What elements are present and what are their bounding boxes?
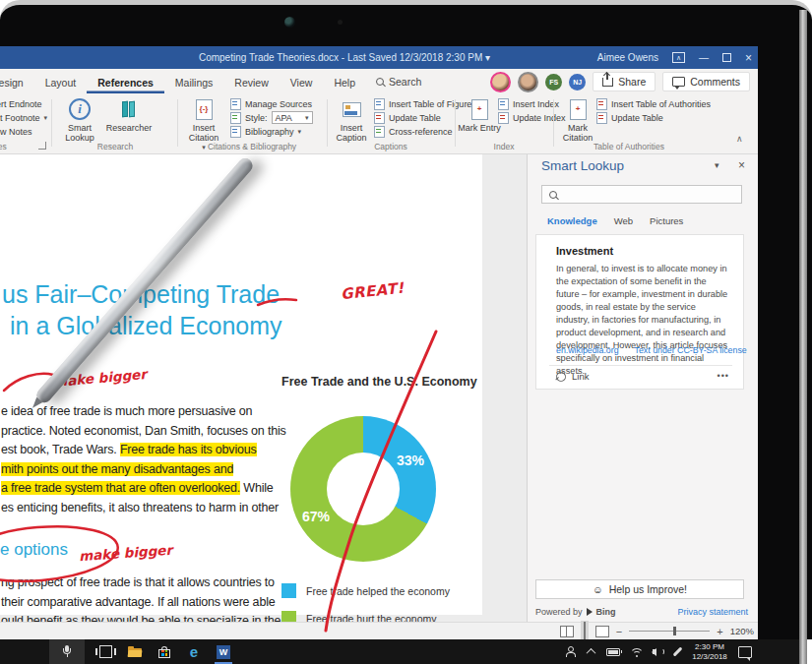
print-layout-button[interactable]: [581, 621, 589, 640]
more-options-icon[interactable]: •••: [718, 371, 729, 381]
edge-button[interactable]: e: [181, 639, 207, 664]
style-selector: Style:APA▾: [230, 112, 313, 123]
task-view-button[interactable]: [93, 639, 118, 664]
close-button[interactable]: ×: [745, 51, 752, 65]
read-mode-icon[interactable]: [560, 626, 574, 637]
document-text-line: e idea of free trade is much more persua…: [1, 402, 286, 422]
footnotes-dialog-launcher[interactable]: [38, 142, 46, 150]
pane-dropdown-icon[interactable]: ▾: [715, 160, 719, 170]
group-citations: {-}Insert Citation▾ Manage Sources Style…: [179, 94, 325, 153]
user-name[interactable]: Aimee Owens: [597, 52, 658, 63]
tab-references[interactable]: References: [87, 71, 164, 93]
share-label: Share: [618, 76, 646, 88]
bibliography-button[interactable]: Bibliography▾: [230, 126, 313, 137]
avatar[interactable]: [490, 72, 511, 92]
powered-by-bing: Powered byBing: [535, 607, 616, 617]
document-title[interactable]: Competing Trade Theories.docx - Last Sav…: [138, 52, 551, 63]
web-layout-icon[interactable]: [595, 626, 609, 637]
card-heading: Investment: [556, 245, 613, 257]
restore-button[interactable]: [722, 53, 731, 62]
manage-sources-icon: [230, 98, 241, 110]
authorities-group-label: Table of Authorities: [555, 142, 703, 151]
pane-close-icon[interactable]: ×: [738, 158, 745, 172]
tab-knowledge[interactable]: Knowledge: [547, 215, 597, 226]
document-canvas: us Fair–Competing Trade in a Globalized …: [0, 154, 527, 622]
link-action[interactable]: Link: [556, 371, 589, 382]
search-icon: [376, 78, 384, 86]
device-edge: [799, 10, 807, 664]
edge-icon: e: [190, 644, 198, 659]
minimize-button[interactable]: —: [699, 52, 709, 63]
group-index: +Mark Entry Insert Index Update Index In…: [457, 94, 551, 153]
tab-design[interactable]: Design: [0, 71, 34, 93]
tab-pictures[interactable]: Pictures: [650, 215, 683, 226]
update-table-icon: [374, 112, 385, 124]
mark-citation-button[interactable]: +Mark Citation: [555, 96, 600, 143]
knowledge-card: Investment In general, to invest is to a…: [535, 234, 744, 390]
file-explorer-button[interactable]: [122, 639, 148, 664]
battery-button[interactable]: [600, 639, 626, 664]
source-link[interactable]: en.wikipedia.org: [556, 345, 619, 355]
avatar[interactable]: FS: [545, 74, 562, 91]
microsoft-store-button[interactable]: [152, 639, 177, 664]
paragraph-2: ng prospect of free trade is that it all…: [1, 573, 281, 622]
manage-sources-button[interactable]: Manage Sources: [230, 98, 313, 109]
researcher-button[interactable]: Researcher: [106, 96, 152, 133]
insert-caption-button[interactable]: Insert Caption: [329, 96, 374, 143]
avatar[interactable]: NJ: [569, 74, 586, 91]
surface-device: Competing Trade Theories.docx - Last Sav…: [0, 0, 812, 664]
comments-button[interactable]: Comments: [662, 72, 750, 91]
style-dropdown[interactable]: APA▾: [272, 111, 313, 124]
action-center-button[interactable]: [732, 639, 758, 664]
saved-status-dropdown-icon[interactable]: ▾: [485, 52, 490, 63]
ribbon-display-options-icon[interactable]: ∧: [672, 52, 685, 63]
insert-endnote-button[interactable]: Insert Endnote: [0, 98, 47, 109]
document-text-line: their comparative advantage. If all nati…: [1, 593, 281, 613]
show-notes-button[interactable]: Show Notes: [0, 126, 47, 137]
insert-table-of-figures-icon: [374, 98, 385, 110]
insert-table-of-authorities-button[interactable]: Insert Table of Authorities: [596, 98, 711, 109]
taskbar-clock[interactable]: 2:30 PM12/3/2018: [687, 642, 732, 661]
tab-web[interactable]: Web: [614, 215, 633, 226]
card-body-text: In general, to invest is to allocate mon…: [556, 263, 729, 378]
heading-line-2: in a Globalized Economy: [10, 310, 282, 341]
tab-help[interactable]: Help: [323, 71, 366, 93]
tell-me-search[interactable]: Search: [376, 76, 421, 88]
zoom-in-button[interactable]: +: [717, 627, 722, 636]
share-icon: [602, 78, 613, 87]
pane-search-box[interactable]: [541, 185, 742, 204]
citations-group-label: Citations & Bibliography: [179, 142, 325, 151]
zoom-slider-thumb[interactable]: [673, 627, 676, 635]
pen-settings-button[interactable]: [667, 639, 687, 664]
share-button[interactable]: Share: [593, 72, 656, 91]
update-table-authorities-button[interactable]: Update Table: [596, 112, 711, 123]
microphone-button[interactable]: [49, 639, 85, 664]
help-us-improve-button[interactable]: ☺Help us Improve!: [535, 579, 744, 599]
avatar[interactable]: [518, 72, 538, 92]
slice-value-label: 33%: [397, 453, 424, 468]
legend-item: Free trade hurt the economy: [281, 611, 437, 622]
webcam: [284, 17, 295, 28]
privacy-statement-link[interactable]: Privacy statement: [677, 607, 748, 617]
tab-mailings[interactable]: Mailings: [164, 71, 224, 93]
collapse-ribbon-icon[interactable]: ∧: [736, 134, 743, 144]
chevron-up-icon: [586, 648, 595, 658]
show-hidden-icons-button[interactable]: [581, 639, 600, 664]
next-footnote-button[interactable]: Next Footnote▾: [0, 112, 47, 123]
group-footnotes: Insert Endnote Next Footnote▾ Show Notes…: [0, 94, 54, 153]
zoom-slider[interactable]: [629, 631, 710, 632]
zoom-out-button[interactable]: −: [616, 627, 622, 636]
people-button[interactable]: [557, 639, 583, 664]
word-taskbar-button[interactable]: W: [211, 639, 236, 664]
mark-entry-button[interactable]: +Mark Entry: [457, 96, 502, 133]
tab-layout[interactable]: Layout: [34, 71, 88, 93]
legend-swatch: [281, 611, 296, 622]
pane-search-input[interactable]: [562, 188, 723, 201]
license-link[interactable]: Text under CC-BY-SA license: [635, 345, 747, 355]
tab-review[interactable]: Review: [223, 71, 279, 93]
smart-lookup-button[interactable]: iSmart Lookup: [57, 96, 102, 143]
tab-view[interactable]: View: [280, 71, 324, 93]
zoom-level[interactable]: 120%: [730, 626, 754, 636]
ribbon: Insert Endnote Next Footnote▾ Show Notes…: [0, 94, 758, 154]
captions-group-label: Captions: [329, 142, 453, 151]
